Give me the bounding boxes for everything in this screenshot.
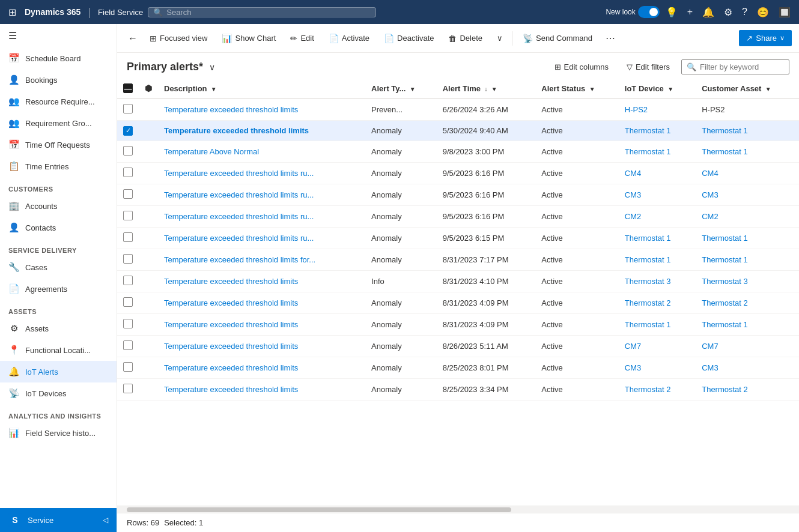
description-link[interactable]: Temperature exceeded threshold limits: [164, 277, 298, 286]
row-iot-device[interactable]: Thermostat 2: [619, 292, 696, 313]
iot-device-link[interactable]: Thermostat 2: [625, 385, 671, 394]
sidebar-bottom-service[interactable]: S Service ◁: [0, 508, 117, 532]
header-checkbox-cell[interactable]: —: [117, 79, 139, 98]
description-link[interactable]: Temperature exceeded threshold limits: [164, 385, 298, 394]
row-customer-asset[interactable]: Thermostat 1: [696, 141, 799, 162]
row-description[interactable]: Temperature exceeded threshold limits ru…: [158, 205, 365, 227]
sidebar-item-bookings[interactable]: 👤 Bookings: [0, 69, 117, 91]
row-customer-asset[interactable]: Thermostat 2: [696, 292, 799, 313]
description-link[interactable]: Temperature exceeded threshold limits ru…: [164, 212, 314, 221]
row-customer-asset[interactable]: CM3: [696, 357, 799, 378]
sidebar-item-requirement-gro[interactable]: 👥 Requirement Gro...: [0, 112, 117, 134]
row-checkbox-cell[interactable]: [117, 335, 139, 357]
row-checkbox[interactable]: [123, 340, 133, 350]
search-box[interactable]: 🔍: [148, 7, 376, 17]
select-all-checkbox[interactable]: —: [123, 83, 133, 93]
description-link[interactable]: Temperature exceeded threshold limits: [164, 126, 309, 135]
row-description[interactable]: Temperature exceeded threshold limits: [158, 98, 365, 121]
row-iot-device[interactable]: Thermostat 2: [619, 378, 696, 400]
row-description[interactable]: Temperature exceeded threshold limits ru…: [158, 162, 365, 184]
iot-device-link[interactable]: CM4: [625, 169, 641, 178]
header-alert-type[interactable]: Alert Ty... ▼: [365, 79, 437, 98]
row-iot-device[interactable]: Thermostat 1: [619, 313, 696, 335]
customer-asset-link[interactable]: Thermostat 1: [702, 126, 748, 135]
header-alert-time[interactable]: Alert Time ↓ ▼: [437, 79, 536, 98]
description-link[interactable]: Temperature exceeded threshold limits ru…: [164, 169, 314, 178]
notifications-icon[interactable]: 🔔: [699, 4, 718, 20]
more-dropdown-button[interactable]: ∨: [491, 30, 509, 46]
row-description[interactable]: Temperature exceeded threshold limits: [158, 378, 365, 400]
filter-input[interactable]: [700, 62, 784, 71]
row-iot-device[interactable]: Thermostat 1: [619, 141, 696, 162]
row-iot-device[interactable]: CM3: [619, 357, 696, 378]
header-iot-device[interactable]: IoT Device ▼: [619, 79, 696, 98]
row-iot-device[interactable]: CM2: [619, 205, 696, 227]
table-wrapper[interactable]: — ⬢ Description ▼ Alert Ty...: [117, 79, 799, 506]
row-checkbox[interactable]: [123, 276, 133, 285]
row-checkbox[interactable]: [123, 254, 133, 264]
row-checkbox[interactable]: [123, 168, 133, 177]
description-link[interactable]: Temperature exceeded threshold limits ru…: [164, 234, 314, 243]
customer-asset-link[interactable]: Thermostat 1: [702, 320, 748, 329]
sidebar-pin-icon[interactable]: ◁: [103, 516, 108, 524]
row-checkbox-cell[interactable]: [117, 162, 139, 184]
row-description[interactable]: Temperature exceeded threshold limits: [158, 313, 365, 335]
row-customer-asset[interactable]: Thermostat 3: [696, 270, 799, 292]
deactivate-button[interactable]: 📄 Deactivate: [378, 30, 440, 47]
row-checkbox-cell[interactable]: [117, 249, 139, 270]
sidebar-item-cases[interactable]: 🔧 Cases: [0, 256, 117, 278]
row-customer-asset[interactable]: CM7: [696, 335, 799, 357]
row-checkbox-cell[interactable]: [117, 357, 139, 378]
row-iot-device[interactable]: H-PS2: [619, 98, 696, 121]
row-iot-device[interactable]: CM3: [619, 184, 696, 205]
horizontal-scrollbar[interactable]: [117, 506, 799, 513]
description-link[interactable]: Temperature exceeded threshold limits: [164, 105, 298, 114]
grid-title-dropdown[interactable]: ∨: [208, 61, 216, 73]
show-chart-button[interactable]: 📊 Show Chart: [216, 30, 282, 47]
search-input[interactable]: [166, 8, 371, 17]
send-command-button[interactable]: 📡 Send Command: [517, 30, 598, 47]
row-customer-asset[interactable]: Thermostat 1: [696, 227, 799, 249]
row-checkbox[interactable]: [123, 384, 133, 393]
row-checkbox-cell[interactable]: [117, 205, 139, 227]
description-link[interactable]: Temperature exceeded threshold limits: [164, 363, 298, 372]
add-icon[interactable]: +: [684, 4, 696, 20]
iot-device-link[interactable]: H-PS2: [625, 105, 648, 114]
row-description[interactable]: Temperature exceeded threshold limits ru…: [158, 227, 365, 249]
customer-asset-link[interactable]: Thermostat 1: [702, 234, 748, 243]
row-iot-device[interactable]: CM7: [619, 335, 696, 357]
row-description[interactable]: Temperature exceeded threshold limits: [158, 335, 365, 357]
lightbulb-icon[interactable]: 💡: [662, 4, 681, 20]
delete-button[interactable]: 🗑 Delete: [442, 30, 488, 47]
activate-button[interactable]: 📄 Activate: [323, 30, 375, 47]
row-checkbox-cell[interactable]: [117, 292, 139, 313]
sidebar-item-functional-locati[interactable]: 📍 Functional Locati...: [0, 339, 117, 361]
profile-icon[interactable]: 😊: [753, 4, 773, 20]
row-checkbox[interactable]: [123, 211, 133, 220]
row-checkbox-cell[interactable]: ✓: [117, 121, 139, 141]
row-checkbox[interactable]: [123, 146, 133, 156]
row-iot-device[interactable]: Thermostat 1: [619, 227, 696, 249]
customer-asset-link[interactable]: Thermostat 1: [702, 255, 748, 264]
sidebar-item-time-off-requests[interactable]: 📅 Time Off Requests: [0, 134, 117, 156]
iot-device-link[interactable]: Thermostat 2: [625, 298, 671, 307]
row-checkbox-cell[interactable]: [117, 184, 139, 205]
row-customer-asset[interactable]: Thermostat 1: [696, 249, 799, 270]
sidebar-item-contacts[interactable]: 👤 Contacts: [0, 217, 117, 238]
sidebar-item-field-service-histo[interactable]: 📊 Field Service histo...: [0, 422, 117, 444]
description-link[interactable]: Temperature exceeded threshold limits ru…: [164, 190, 314, 199]
row-checkbox[interactable]: [123, 319, 133, 328]
more-options-button[interactable]: ⋯: [601, 29, 620, 47]
iot-device-link[interactable]: Thermostat 1: [625, 147, 671, 156]
row-description[interactable]: Temperature exceeded threshold limits fo…: [158, 249, 365, 270]
edit-columns-button[interactable]: ⊞ Edit columns: [548, 59, 615, 75]
customer-asset-link[interactable]: Thermostat 1: [702, 147, 748, 156]
description-link[interactable]: Temperature exceeded threshold limits fo…: [164, 255, 315, 264]
description-link[interactable]: Temperature exceeded threshold limits: [164, 342, 298, 351]
row-customer-asset[interactable]: Thermostat 1: [696, 121, 799, 141]
iot-device-link[interactable]: Thermostat 1: [625, 234, 671, 243]
sidebar-item-resource-require[interactable]: 👥 Resource Require...: [0, 91, 117, 112]
row-iot-device[interactable]: Thermostat 3: [619, 270, 696, 292]
row-customer-asset[interactable]: CM4: [696, 162, 799, 184]
customer-asset-link[interactable]: Thermostat 2: [702, 298, 748, 307]
